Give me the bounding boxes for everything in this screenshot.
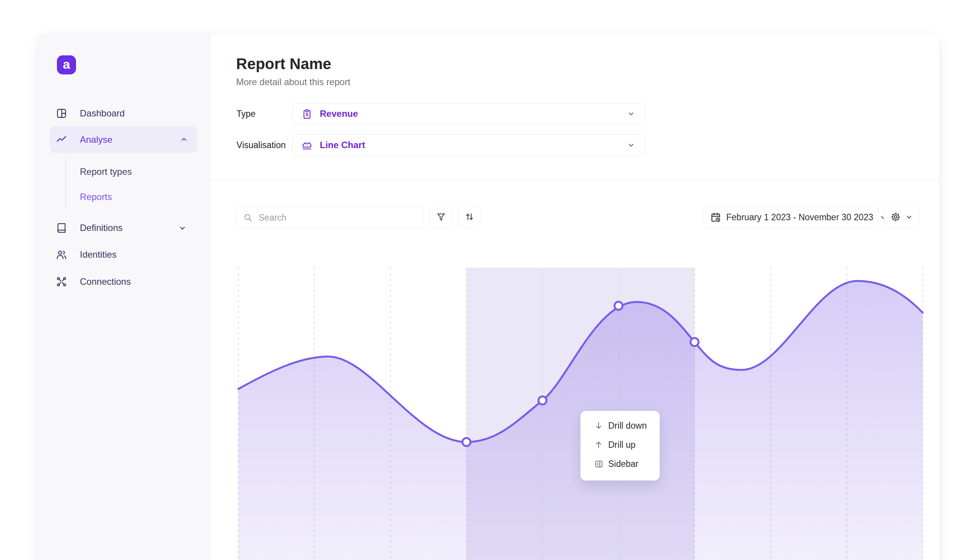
menu-item-label: Drill up [608, 440, 636, 450]
data-point[interactable] [539, 397, 547, 405]
calendar-clock-icon [711, 212, 721, 223]
chevron-up-icon [180, 135, 188, 143]
arrow-down-icon [593, 421, 604, 431]
panel-right-icon [593, 459, 604, 469]
sort-button[interactable] [458, 206, 481, 228]
revenue-clipboard-icon: $ [302, 109, 312, 119]
sub-item-label: Reports [80, 192, 112, 202]
app-card: a Dashboard Analyse [37, 33, 940, 560]
sidebar-item-label: Dashboard [80, 108, 186, 119]
data-point[interactable] [691, 338, 699, 346]
main-panel: Report Name More detail about this repor… [211, 34, 940, 560]
dashboard-icon [56, 108, 67, 119]
page-title: Report Name [236, 55, 331, 73]
menu-item-drill-down[interactable]: Drill down [581, 416, 659, 435]
menu-item-label: Sidebar [608, 459, 639, 469]
sub-item-label: Report types [80, 167, 132, 177]
search-input[interactable] [259, 213, 416, 223]
page-subtitle: More detail about this report [236, 77, 350, 87]
sidebar-item-reports[interactable]: Reports [38, 187, 211, 207]
chart-settings-button[interactable] [884, 206, 919, 228]
sidebar-item-report-types[interactable]: Report types [38, 162, 211, 181]
sidebar-item-label: Connections [80, 277, 186, 287]
sort-arrows-icon [465, 212, 475, 222]
analyse-trend-icon [56, 134, 67, 145]
data-point[interactable] [463, 438, 471, 446]
chevron-down-icon [627, 141, 635, 149]
network-icon [56, 277, 67, 287]
visualisation-select[interactable]: Line Chart [292, 134, 645, 156]
visualisation-select-value: Line Chart [320, 140, 627, 150]
sidebar-item-label: Analyse [80, 134, 180, 145]
arrow-up-icon [593, 440, 604, 450]
section-divider [211, 180, 940, 180]
app-logo[interactable]: a [57, 55, 76, 75]
chevron-down-icon [905, 213, 913, 221]
chart-context-menu: Drill down Drill up Side [580, 411, 660, 481]
revenue-line-chart[interactable] [211, 248, 940, 560]
users-icon [56, 249, 67, 260]
date-range-text: February 1 2023 - November 30 2023 [726, 212, 873, 223]
chevron-down-icon [179, 224, 186, 232]
menu-item-sidebar[interactable]: Sidebar [581, 454, 659, 473]
filter-button[interactable] [430, 206, 452, 228]
sidebar-item-connections[interactable]: Connections [38, 271, 211, 292]
sidebar-item-label: Identities [80, 249, 186, 260]
area-chart-icon [302, 140, 312, 150]
sidebar-item-label: Definitions [80, 223, 179, 233]
search-icon [243, 213, 252, 222]
sidebar-item-definitions[interactable]: Definitions [38, 217, 211, 238]
menu-item-label: Drill down [608, 421, 647, 431]
type-select[interactable]: $ Revenue [292, 103, 645, 125]
sidebar: a Dashboard Analyse [38, 34, 211, 560]
visualisation-label: Visualisation [236, 140, 286, 150]
data-point[interactable] [615, 302, 623, 310]
gear-icon [891, 212, 901, 222]
type-select-value: Revenue [320, 108, 627, 119]
search-box [235, 207, 423, 229]
sidebar-item-dashboard[interactable]: Dashboard [38, 103, 211, 124]
svg-text:$: $ [306, 112, 308, 117]
chevron-down-icon [627, 110, 635, 118]
book-icon [56, 223, 67, 233]
type-label: Type [236, 109, 256, 119]
menu-item-drill-up[interactable]: Drill up [581, 435, 659, 454]
filter-funnel-icon [436, 212, 446, 222]
sidebar-item-identities[interactable]: Identities [38, 244, 211, 265]
sidebar-item-analyse[interactable]: Analyse [50, 126, 197, 153]
date-range-button[interactable]: February 1 2023 - November 30 2023 [703, 206, 879, 228]
